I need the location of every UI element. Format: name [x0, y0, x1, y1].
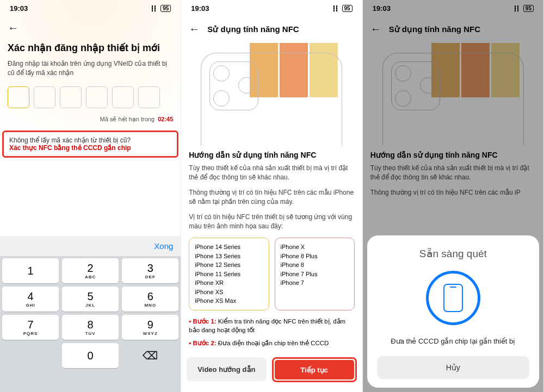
- phone-illustration: [195, 43, 348, 146]
- status-time: 19:03: [191, 4, 209, 13]
- step-1: • Bước 1: Kiểm tra tính năng đọc NFC trê…: [181, 316, 362, 338]
- nfc-fallback-question: Không thể lấy mã xác nhận từ thiết bị cũ…: [9, 136, 171, 144]
- screen-nfc-guide: 19:03 ┇┇ 95 ← Sử dụng tính năng NFC Hướn…: [181, 0, 362, 392]
- key-5[interactable]: 5JKL: [62, 287, 119, 312]
- page-title: Xác nhận đăng nhập thiết bị mới: [0, 40, 181, 59]
- key-6[interactable]: 6MNO: [122, 287, 178, 312]
- status-time: 19:03: [10, 4, 28, 13]
- screen-nfc-scan: 19:03 ┇┇ 95 ← Sử dụng tính năng NFC Hướn…: [363, 0, 544, 392]
- key-delete[interactable]: ⌫: [122, 343, 178, 368]
- key-4[interactable]: 4GHI: [2, 287, 59, 312]
- cancel-button[interactable]: Hủy: [377, 356, 529, 379]
- status-bar: 19:03 ┇┇ 95: [0, 0, 181, 16]
- signal-extra-icon: ┇┇: [332, 5, 338, 11]
- guide-p2: Thông thường vị trí có tín hiệu NFC trên…: [181, 187, 362, 211]
- key-7[interactable]: 7PQRS: [2, 315, 59, 340]
- device-box-yellow: iPhone 14 SeriesiPhone 13 SeriesiPhone 1…: [189, 238, 269, 310]
- device-compat-boxes: iPhone 14 SeriesiPhone 13 SeriesiPhone 1…: [181, 235, 362, 316]
- otp-box-5[interactable]: [112, 86, 134, 108]
- nfc-scan-sheet: Sẵn sàng quét Đưa thẻ CCCD gắn chip lại …: [367, 235, 539, 388]
- scan-message: Đưa thẻ CCCD gắn chip lại gần thiết bị: [377, 337, 529, 345]
- key-blank: [2, 343, 59, 368]
- phone-icon: [443, 284, 463, 312]
- page-subtitle: Đăng nhập tài khoản trên ứng dụng VNeID …: [0, 59, 181, 86]
- video-guide-button[interactable]: Video hướng dẫn: [187, 357, 266, 381]
- camera-module-icon: [209, 61, 258, 110]
- nfc-fallback-note[interactable]: Không thể lấy mã xác nhận từ thiết bị cũ…: [2, 130, 178, 158]
- back-icon[interactable]: ←: [189, 23, 200, 35]
- otp-box-3[interactable]: [60, 86, 82, 108]
- scan-ring-icon: [426, 271, 480, 325]
- nfc-footer: Video hướng dẫn Tiếp tục: [181, 352, 362, 392]
- back-icon[interactable]: ←: [8, 22, 18, 34]
- keyboard-done-button[interactable]: Xong: [0, 236, 181, 256]
- battery-icon: 95: [160, 5, 171, 12]
- continue-button-highlight: Tiếp tục: [272, 357, 357, 382]
- otp-box-1[interactable]: [8, 86, 29, 108]
- status-right: ┇┇ 95: [332, 4, 353, 13]
- scan-title: Sẵn sàng quét: [377, 247, 529, 260]
- guide-p1: Tùy theo thiết kế của nhà sản xuất thiết…: [181, 163, 362, 187]
- key-1[interactable]: 1: [2, 258, 59, 283]
- guide-p3: Vị trí có tín hiệu NFC trên thiết bị sẽ …: [181, 211, 362, 236]
- step-2: • Bước 2: Đưa điện thoại gần chip trên t…: [181, 338, 362, 351]
- nfc-header: ← Sử dụng tính năng NFC: [181, 16, 362, 40]
- otp-inputs: [0, 86, 181, 108]
- status-bar: 19:03 ┇┇ 95: [181, 0, 362, 16]
- battery-icon: 95: [342, 5, 353, 12]
- key-8[interactable]: 8TUV: [62, 315, 119, 340]
- otp-box-2[interactable]: [34, 86, 55, 108]
- key-0[interactable]: 0: [62, 343, 119, 368]
- back-header: ←: [0, 16, 181, 40]
- status-right: ┇┇ 95: [151, 4, 171, 13]
- key-9[interactable]: 9WXYZ: [122, 315, 178, 340]
- key-3[interactable]: 3DEF: [122, 258, 178, 283]
- numeric-keyboard: Xong 1 2ABC 3DEF 4GHI 5JKL 6MNO 7PQRS 8T…: [0, 236, 181, 392]
- continue-button[interactable]: Tiếp tục: [275, 360, 354, 379]
- signal-extra-icon: ┇┇: [151, 5, 156, 11]
- key-2[interactable]: 2ABC: [62, 258, 119, 283]
- guide-title: Hướng dẫn sử dụng tính năng NFC: [181, 146, 362, 163]
- nfc-fallback-link: Xác thực NFC bằng thẻ CCCD gắn chip: [9, 144, 171, 152]
- otp-box-4[interactable]: [86, 86, 108, 108]
- device-box-red: iPhone XiPhone 8 PlusiPhone 8iPhone 7 Pl…: [275, 238, 355, 310]
- expiry-text: Mã sẽ hết hạn trong 02:45: [0, 108, 181, 130]
- nfc-header-title: Sử dụng tính năng NFC: [207, 24, 299, 34]
- otp-box-6[interactable]: [138, 86, 160, 108]
- screen-otp: 19:03 ┇┇ 95 ← Xác nhận đăng nhập thiết b…: [0, 0, 181, 392]
